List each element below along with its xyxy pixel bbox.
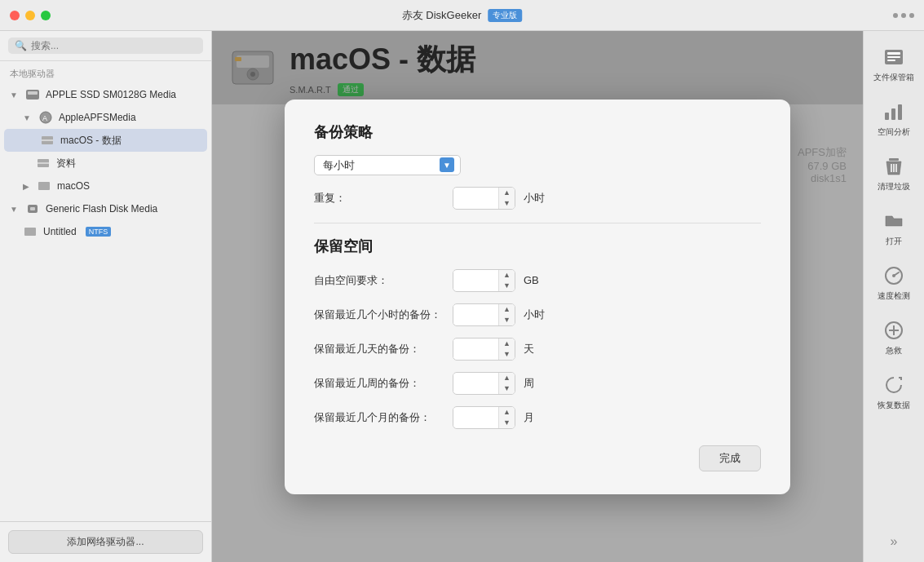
repeat-down-btn[interactable]: ▼ [499,198,515,209]
sidebar-item-label: APPLE SSD SM0128G Media [46,89,176,100]
speed-check-icon [882,264,905,287]
keep-weeks-label: 保留最近几周的备份： [314,376,444,391]
minimize-button[interactable] [25,11,35,20]
sidebar-item-macos[interactable]: ▶ macOS [0,175,211,197]
chevron-icon: ▼ [10,205,18,214]
chevron-icon: ▶ [23,182,29,191]
toolbar-item-clean-trash[interactable]: 清理垃圾 [864,148,924,199]
svg-rect-21 [885,113,889,120]
sidebar-item-untitled[interactable]: Untitled NTFS [0,220,211,243]
keep-days-input[interactable]: 7 [453,339,498,358]
sidebar-item-data[interactable]: 资料 [0,152,211,175]
free-space-up-btn[interactable]: ▲ [499,270,515,281]
search-wrap[interactable]: 🔍 [8,38,203,54]
toolbar-item-space-analysis[interactable]: 空间分析 [864,94,924,144]
recover-data-label: 恢复数据 [878,400,910,411]
titlebar: 赤友 DiskGeeker 专业版 [0,0,924,31]
search-icon: 🔍 [15,40,27,51]
apfs-icon: A [38,110,53,125]
ntfs-badge: NTFS [86,227,112,237]
svg-rect-11 [24,228,36,236]
frequency-select-wrap[interactable]: 每小时 每天 每周 每月 ▼ [314,155,461,175]
repeat-spinner[interactable]: 3 ▲ ▼ [453,187,515,210]
keep-weeks-row: 保留最近几周的备份： 7 ▲ ▼ 周 [314,372,761,395]
open-icon [882,210,905,232]
free-space-down-btn[interactable]: ▼ [499,281,515,291]
clean-trash-label: 清理垃圾 [878,181,910,192]
maximize-button[interactable] [41,11,51,20]
sidebar-item-appleapfs[interactable]: ▼ A AppleAPFSMedia [0,106,211,129]
pro-badge: 专业版 [488,9,522,22]
toolbar-item-file-mgr[interactable]: 文件保管箱 [864,39,924,90]
repeat-up-btn[interactable]: ▲ [499,188,515,198]
expand-button[interactable]: » [886,529,903,554]
keep-months-up-btn[interactable]: ▲ [499,407,515,418]
macos-icon [37,179,51,193]
keep-hours-spinner[interactable]: 48 ▲ ▼ [453,303,515,326]
keep-hours-label: 保留最近几个小时的备份： [314,308,444,322]
toolbar-item-speed-check[interactable]: 速度检测 [864,258,924,308]
svg-rect-22 [891,108,895,120]
keep-hours-down-btn[interactable]: ▼ [499,315,515,325]
content-area: macOS - 数据 S.M.A.R.T 通过 APFS加密 67.9 GB d… [212,31,863,562]
close-button[interactable] [10,11,20,20]
keep-days-spinner[interactable]: 7 ▲ ▼ [453,338,515,361]
partition-icon [36,156,51,170]
svg-rect-18 [887,52,900,55]
repeat-input[interactable]: 3 [453,188,498,207]
sidebar-item-flash-disk[interactable]: ▼ Generic Flash Disk Media [0,197,211,220]
svg-point-30 [892,274,895,277]
sidebar-item-label: Generic Flash Disk Media [46,203,157,215]
keep-months-label: 保留最近几个月的备份： [314,410,444,425]
keep-months-row: 保留最近几个月的备份： 6 ▲ ▼ 月 [314,406,761,429]
space-analysis-icon [882,100,905,123]
dot-2[interactable] [901,13,906,18]
recover-data-icon [882,374,905,396]
keep-weeks-down-btn[interactable]: ▼ [499,383,515,394]
search-bar: 🔍 [0,31,211,61]
toolbar-item-recover-data[interactable]: 恢复数据 [864,367,924,418]
keep-months-spinner[interactable]: 6 ▲ ▼ [453,406,515,429]
keep-days-label: 保留最近几天的备份： [314,342,444,356]
main-layout: 🔍 本地驱动器 ▼ APPLE SSD SM0128G Media ▼ A Ap… [0,31,924,562]
keep-weeks-spinner-btns: ▲ ▼ [498,373,515,394]
keep-hours-up-btn[interactable]: ▲ [499,304,515,315]
keep-days-up-btn[interactable]: ▲ [499,339,515,349]
free-space-input[interactable]: 20 [453,271,498,290]
toolbar-item-rescue[interactable]: 急救 [864,312,924,363]
dot-1[interactable] [893,13,898,18]
file-mgr-label: 文件保管箱 [873,72,914,83]
expand-icon: » [891,534,898,548]
chevron-icon: ▼ [10,91,18,100]
titlebar-actions [893,13,914,18]
repeat-label: 重复： [314,191,444,206]
toolbar-item-open[interactable]: 打开 [864,203,924,254]
keep-hours-row: 保留最近几个小时的备份： 48 ▲ ▼ 小时 [314,303,761,326]
svg-rect-1 [28,91,38,95]
sidebar-item-apple-ssd[interactable]: ▼ APPLE SSD SM0128G Media [0,83,211,106]
done-button[interactable]: 完成 [699,445,761,471]
clean-trash-icon [882,155,905,178]
keep-weeks-input[interactable]: 7 [453,374,498,392]
partition-icon [40,133,55,148]
space-analysis-label: 空间分析 [878,126,910,138]
add-network-button[interactable]: 添加网络驱动器... [8,530,203,554]
keep-days-down-btn[interactable]: ▼ [499,349,515,360]
dot-3[interactable] [909,13,914,18]
keep-weeks-up-btn[interactable]: ▲ [499,373,515,383]
free-space-spinner[interactable]: 20 ▲ ▼ [453,269,515,292]
free-space-spinner-btns: ▲ ▼ [498,270,515,291]
search-input[interactable] [31,40,197,51]
sidebar-item-macos-data[interactable]: macOS - 数据 [4,129,207,152]
free-space-unit: GB [524,274,539,286]
keep-weeks-spinner[interactable]: 7 ▲ ▼ [453,372,515,395]
keep-hours-input[interactable]: 48 [453,305,498,324]
keep-months-down-btn[interactable]: ▼ [499,418,515,428]
app-name-label: 赤友 DiskGeeker [402,8,482,23]
keep-months-input[interactable]: 6 [453,408,498,427]
sidebar-item-label: 资料 [56,157,76,170]
backup-frequency-select[interactable]: 每小时 每天 每周 每月 [314,155,461,175]
modal-footer: 完成 [314,445,761,471]
keep-hours-unit: 小时 [524,308,545,322]
backup-policy-modal: 备份策略 每小时 每天 每周 每月 ▼ 重复： [285,100,790,494]
